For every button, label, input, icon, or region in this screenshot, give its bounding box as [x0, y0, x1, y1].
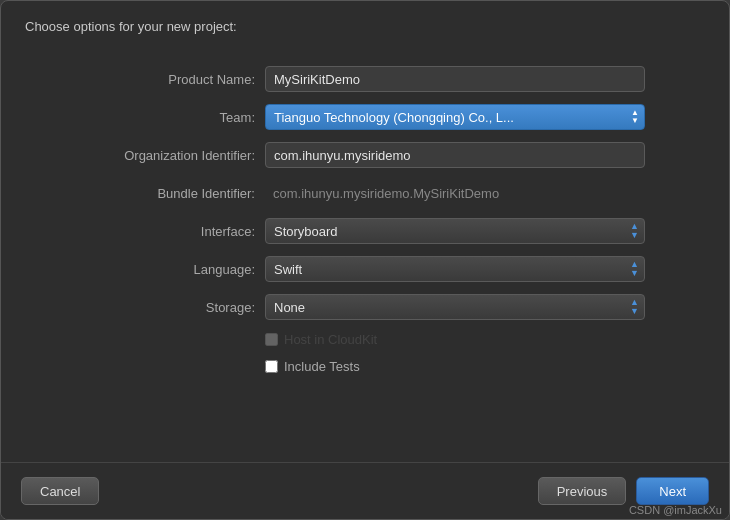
storage-select[interactable]: None Core Data CloudKit	[265, 294, 645, 320]
language-select-wrapper: Swift Objective-C ▲ ▼	[265, 256, 645, 282]
storage-select-wrapper: None Core Data CloudKit ▲ ▼	[265, 294, 645, 320]
team-label: Team:	[85, 110, 255, 125]
footer-right: Previous Next	[538, 477, 709, 505]
interface-row: Interface: Storyboard SwiftUI ▲ ▼	[85, 218, 645, 244]
title-area: Choose options for your new project:	[1, 1, 729, 46]
org-identifier-input[interactable]	[265, 142, 645, 168]
team-select[interactable]: Tianguo Technology (Chongqing) Co., L...	[265, 104, 645, 130]
cancel-button[interactable]: Cancel	[21, 477, 99, 505]
host-cloudkit-label: Host in CloudKit	[284, 332, 377, 347]
form-container: Product Name: Team: Tianguo Technology (…	[85, 66, 645, 374]
watermark: CSDN @imJackXu	[629, 504, 722, 516]
language-row: Language: Swift Objective-C ▲ ▼	[85, 256, 645, 282]
team-select-wrapper: Tianguo Technology (Chongqing) Co., L...…	[265, 104, 645, 130]
previous-button[interactable]: Previous	[538, 477, 627, 505]
include-tests-checkbox[interactable]	[265, 360, 278, 373]
page-title: Choose options for your new project:	[25, 19, 237, 34]
next-button[interactable]: Next	[636, 477, 709, 505]
language-select[interactable]: Swift Objective-C	[265, 256, 645, 282]
org-identifier-label: Organization Identifier:	[85, 148, 255, 163]
interface-label: Interface:	[85, 224, 255, 239]
host-cloudkit-checkbox	[265, 333, 278, 346]
interface-select-wrapper: Storyboard SwiftUI ▲ ▼	[265, 218, 645, 244]
include-tests-label: Include Tests	[284, 359, 360, 374]
bundle-identifier-value: com.ihunyu.mysiridemo.MySiriKitDemo	[265, 180, 645, 206]
footer: Cancel Previous Next	[1, 462, 729, 519]
host-cloudkit-row: Host in CloudKit	[85, 332, 645, 347]
bundle-identifier-label: Bundle Identifier:	[85, 186, 255, 201]
content-area: Product Name: Team: Tianguo Technology (…	[1, 46, 729, 462]
bundle-identifier-row: Bundle Identifier: com.ihunyu.mysiridemo…	[85, 180, 645, 206]
storage-row: Storage: None Core Data CloudKit ▲ ▼	[85, 294, 645, 320]
language-label: Language:	[85, 262, 255, 277]
org-identifier-row: Organization Identifier:	[85, 142, 645, 168]
product-name-input[interactable]	[265, 66, 645, 92]
team-row: Team: Tianguo Technology (Chongqing) Co.…	[85, 104, 645, 130]
window: Choose options for your new project: Pro…	[0, 0, 730, 520]
storage-label: Storage:	[85, 300, 255, 315]
include-tests-row: Include Tests	[85, 359, 645, 374]
product-name-row: Product Name:	[85, 66, 645, 92]
product-name-label: Product Name:	[85, 72, 255, 87]
interface-select[interactable]: Storyboard SwiftUI	[265, 218, 645, 244]
